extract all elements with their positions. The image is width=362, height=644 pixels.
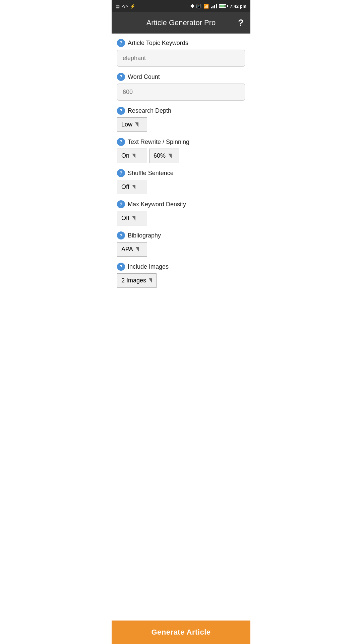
include-images-dropdown-row: 2 Images	[117, 273, 245, 288]
article-topic-input[interactable]	[117, 50, 245, 67]
bibliography-dropdown[interactable]: APA	[117, 242, 147, 257]
research-depth-arrow-icon	[135, 122, 138, 127]
screen-icon: ▤	[116, 4, 120, 9]
main-content: ? Article Topic Keywords ? Word Count ? …	[112, 34, 250, 327]
code-icon: </>	[122, 4, 128, 9]
word-count-label-row: ? Word Count	[117, 73, 245, 81]
research-depth-dropdown[interactable]: Low	[117, 117, 147, 132]
text-rewrite-percent-arrow-icon	[168, 154, 172, 158]
text-rewrite-percent-dropdown[interactable]: 60%	[149, 149, 179, 163]
include-images-group: ? Include Images 2 Images	[117, 263, 245, 288]
text-rewrite-help-icon[interactable]: ?	[117, 138, 125, 146]
bibliography-group: ? Bibliography APA	[117, 231, 245, 257]
text-rewrite-group: ? Text Rewrite / Spinning On 60%	[117, 138, 245, 163]
shuffle-sentence-label-row: ? Shuffle Sentence	[117, 169, 245, 177]
battery-icon	[219, 4, 228, 8]
bibliography-label: Bibliography	[128, 232, 161, 239]
article-topic-help-icon[interactable]: ?	[117, 39, 125, 47]
help-button[interactable]: ?	[232, 17, 244, 28]
max-keyword-density-arrow-icon	[132, 216, 135, 221]
word-count-help-icon[interactable]: ?	[117, 73, 125, 81]
include-images-value: 2 Images	[121, 277, 146, 284]
include-images-label: Include Images	[128, 263, 169, 270]
include-images-help-icon[interactable]: ?	[117, 263, 125, 271]
max-keyword-density-group: ? Max Keyword Density Off	[117, 200, 245, 225]
vibrate-icon: 📳	[196, 4, 201, 9]
max-keyword-density-help-icon[interactable]: ?	[117, 200, 125, 208]
include-images-dropdown[interactable]: 2 Images	[117, 273, 157, 288]
app-header: Article Generator Pro ?	[112, 12, 250, 34]
shuffle-sentence-value: Off	[121, 183, 129, 191]
status-bar: ▤ </> ⚡ ✱ 📳 📶 7:42 pm	[112, 0, 250, 12]
word-count-input[interactable]	[117, 84, 245, 101]
text-rewrite-percent-value: 60%	[154, 152, 166, 159]
text-rewrite-label-row: ? Text Rewrite / Spinning	[117, 138, 245, 146]
text-rewrite-onoff-arrow-icon	[132, 154, 135, 158]
research-depth-help-icon[interactable]: ?	[117, 107, 125, 115]
article-topic-label-row: ? Article Topic Keywords	[117, 39, 245, 47]
max-keyword-density-value: Off	[121, 215, 129, 222]
research-depth-group: ? Research Depth Low	[117, 107, 245, 132]
max-keyword-density-dropdown[interactable]: Off	[117, 211, 147, 225]
bibliography-label-row: ? Bibliography	[117, 231, 245, 239]
research-depth-dropdown-row: Low	[117, 117, 245, 132]
bibliography-help-icon[interactable]: ?	[117, 231, 125, 239]
time-display: 7:42 pm	[230, 4, 246, 9]
app-title: Article Generator Pro	[130, 18, 232, 27]
article-topic-label: Article Topic Keywords	[128, 40, 188, 47]
signal-icon	[211, 4, 217, 8]
status-right-icons: ✱ 📳 📶 7:42 pm	[190, 4, 246, 9]
bibliography-dropdown-row: APA	[117, 242, 245, 257]
status-left-icons: ▤ </> ⚡	[116, 4, 135, 9]
text-rewrite-onoff-value: On	[121, 152, 129, 159]
text-rewrite-onoff-dropdown[interactable]: On	[117, 149, 147, 163]
research-depth-value: Low	[121, 121, 132, 128]
shuffle-sentence-help-icon[interactable]: ?	[117, 169, 125, 177]
bibliography-value: APA	[121, 246, 133, 253]
bibliography-arrow-icon	[136, 247, 139, 252]
text-rewrite-label: Text Rewrite / Spinning	[128, 139, 189, 146]
research-depth-label: Research Depth	[128, 107, 171, 114]
text-rewrite-dropdown-row: On 60%	[117, 149, 245, 163]
max-keyword-density-dropdown-row: Off	[117, 211, 245, 225]
shuffle-sentence-label: Shuffle Sentence	[128, 170, 174, 177]
max-keyword-density-label-row: ? Max Keyword Density	[117, 200, 245, 208]
shuffle-sentence-arrow-icon	[132, 185, 135, 190]
word-count-group: ? Word Count	[117, 73, 245, 101]
research-depth-label-row: ? Research Depth	[117, 107, 245, 115]
wifi-icon: 📶	[203, 4, 209, 9]
shuffle-sentence-group: ? Shuffle Sentence Off	[117, 169, 245, 194]
shuffle-sentence-dropdown[interactable]: Off	[117, 180, 147, 194]
word-count-label: Word Count	[128, 73, 160, 80]
shuffle-sentence-dropdown-row: Off	[117, 180, 245, 194]
article-topic-group: ? Article Topic Keywords	[117, 39, 245, 67]
max-keyword-density-label: Max Keyword Density	[128, 201, 186, 208]
include-images-arrow-icon	[149, 278, 152, 283]
usb-icon: ⚡	[130, 4, 135, 9]
bluetooth-icon: ✱	[190, 4, 194, 9]
include-images-label-row: ? Include Images	[117, 263, 245, 271]
